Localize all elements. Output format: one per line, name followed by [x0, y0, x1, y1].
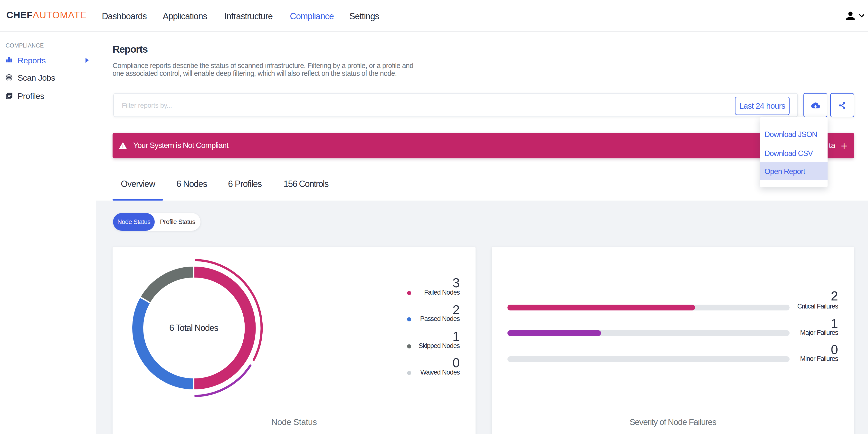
svg-text:6 Total Nodes: 6 Total Nodes: [169, 323, 218, 333]
